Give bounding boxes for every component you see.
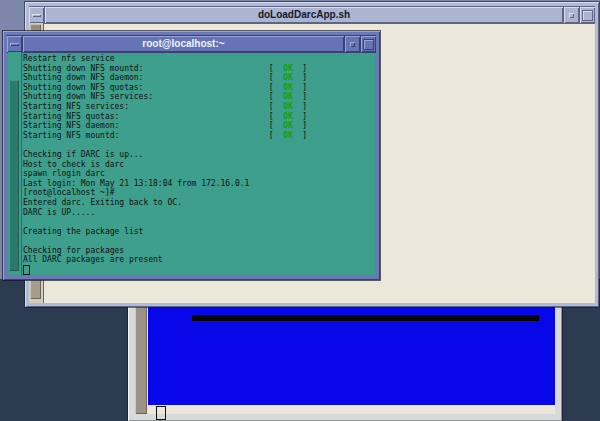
terminal-line: Last login: Mon May 21 13:18:04 from 172…	[23, 179, 375, 189]
blue-terminal-cursor	[156, 406, 166, 420]
terminal-line: Host to check is darc	[23, 160, 375, 170]
terminal-line: Shutting down NFS services: [ OK ]	[23, 92, 375, 102]
terminal-cursor	[23, 265, 30, 275]
terminal-line: Restart nfs service	[23, 54, 375, 64]
desktop: doLoadDarcApp.sh root@localhost:~	[0, 0, 600, 421]
terminal-line	[23, 140, 375, 150]
status-ok-label: OK	[283, 112, 293, 121]
maximize-icon	[363, 39, 374, 50]
terminal-title: root@localhost:~	[23, 36, 344, 52]
terminal-titlebar[interactable]: root@localhost:~	[7, 35, 376, 53]
window-menu-button[interactable]	[29, 7, 45, 23]
scrollbar-thumb[interactable]	[9, 80, 19, 271]
app-window-title: doLoadDarcApp.sh	[45, 7, 563, 23]
terminal-line: Checking if DARC is up...	[23, 150, 375, 160]
terminal-line: Starting NFS mountd: [ OK ]	[23, 131, 375, 141]
window-menu-button[interactable]	[7, 36, 23, 52]
terminal-line	[23, 236, 375, 246]
terminal-content: Restart nfs serviceShutting down NFS mou…	[8, 52, 375, 275]
status-ok-label: OK	[283, 131, 293, 140]
status-ok-label: OK	[283, 121, 293, 130]
terminal-line	[23, 217, 375, 227]
app-window-titlebar[interactable]: doLoadDarcApp.sh	[29, 6, 595, 24]
terminal-screen-lines[interactable]: Restart nfs serviceShutting down NFS mou…	[23, 54, 375, 275]
terminal-line	[23, 265, 375, 275]
terminal-line: Starting NFS quotas: [ OK ]	[23, 112, 375, 122]
minimize-icon	[569, 13, 574, 18]
status-ok-label: OK	[283, 64, 293, 73]
terminal-line: Shutting down NFS mountd: [ OK ]	[23, 64, 375, 74]
status-ok-label: OK	[283, 102, 293, 111]
terminal-line: Creating the package list	[23, 227, 375, 237]
terminal-line: Starting NFS daemon: [ OK ]	[23, 121, 375, 131]
terminal-line: All DARC packages are present	[23, 255, 375, 265]
terminal-line: Shutting down NFS quotas: [ OK ]	[23, 83, 375, 93]
minimize-button[interactable]	[344, 36, 360, 52]
status-ok-label: OK	[283, 92, 293, 101]
terminal-window: root@localhost:~ Restart nfs serviceShut…	[3, 31, 380, 280]
terminal-line: spawn rlogin darc	[23, 169, 375, 179]
minimize-button[interactable]	[563, 7, 579, 23]
maximize-icon	[582, 10, 593, 21]
scrollbar-thumb[interactable]	[30, 279, 41, 299]
maximize-button[interactable]	[360, 36, 376, 52]
terminal-scrollbar[interactable]	[8, 52, 22, 275]
status-ok-label: OK	[283, 73, 293, 82]
blue-screen-black-bar	[192, 315, 539, 321]
terminal-line: Shutting down NFS daemon: [ OK ]	[23, 73, 375, 83]
window-menu-icon	[10, 43, 19, 46]
terminal-line: [root@localhost ~]#	[23, 188, 375, 198]
terminal-line: Starting NFS services: [ OK ]	[23, 102, 375, 112]
maximize-button[interactable]	[579, 7, 595, 23]
terminal-line: Checking for packages	[23, 246, 375, 256]
minimize-icon	[350, 42, 355, 47]
status-ok-label: OK	[283, 83, 293, 92]
terminal-line: Entered darc. Exiting back to OC.	[23, 198, 375, 208]
terminal-line: DARC is UP.....	[23, 208, 375, 218]
window-menu-icon	[32, 14, 41, 17]
